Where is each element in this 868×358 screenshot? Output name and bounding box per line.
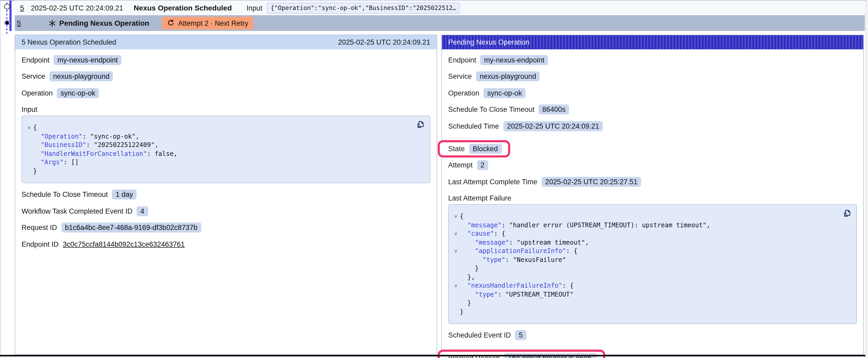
timeline-selected-bar xyxy=(9,1,11,31)
blocked-reason-highlight-annotation: Blocked Reason The circuit breaker is op… xyxy=(438,350,605,358)
field-value-chip: my-nexus-endpoint xyxy=(480,55,548,65)
field-service: Service nexus-playground xyxy=(448,71,857,82)
event-row-nexus-operation-scheduled[interactable]: 5 2025-02-25 UTC 20:24:09.21 Nexus Opera… xyxy=(15,1,865,15)
collapse-chevron-icon[interactable]: v xyxy=(452,281,460,290)
field-operation: Operation sync-op-ok xyxy=(22,88,430,98)
retry-badge-label: Attempt 2 · Next Retry xyxy=(178,19,248,27)
retry-status-badge: Attempt 2 · Next Retry xyxy=(162,17,253,29)
bottom-divider xyxy=(0,355,865,356)
field-value-chip: 2025-02-25 UTC 20:25:27.51 xyxy=(541,176,641,187)
left-panel-title: 5 Nexus Operation Scheduled xyxy=(22,38,116,46)
field-value-chip: my-nexus-endpoint xyxy=(54,55,122,65)
scrollbar-track[interactable] xyxy=(865,0,868,358)
field-state: State Blocked xyxy=(448,143,501,154)
asterisk-icon xyxy=(48,19,56,27)
collapse-chevron-icon[interactable]: v xyxy=(452,229,460,238)
left-panel-header: 5 Nexus Operation Scheduled 2025-02-25 U… xyxy=(15,35,437,50)
copy-icon[interactable] xyxy=(842,209,851,218)
endpoint-id-link[interactable]: 3c0c75ccfa8144b092c13ce632463761 xyxy=(63,240,185,248)
field-schedule-to-close-timeout: Schedule To Close Timeout 1 day xyxy=(22,189,430,200)
left-divider xyxy=(0,0,1,358)
field-scheduled-event-id: Scheduled Event ID 5 xyxy=(448,330,857,341)
left-panel-timestamp: 2025-02-25 UTC 20:24:09.21 xyxy=(338,38,430,46)
scheduled-event-detail-panel: 5 Nexus Operation Scheduled 2025-02-25 U… xyxy=(15,35,437,355)
last-attempt-failure-json-block: v{ "message": "handler error (UPSTREAM_T… xyxy=(448,204,857,324)
input-json-label: Input xyxy=(22,104,430,115)
field-value-chip: sync-op-ok xyxy=(57,88,99,98)
event-title: Pending Nexus Operation xyxy=(59,19,149,27)
timeline-open-node-icon[interactable] xyxy=(4,4,10,9)
field-value-chip: 5 xyxy=(515,330,526,340)
collapse-chevron-icon[interactable]: v xyxy=(452,212,460,221)
last-attempt-failure-label: Last Attempt Failure xyxy=(448,193,857,204)
field-operation: Operation sync-op-ok xyxy=(448,88,857,98)
field-schedule-to-close-timeout: Schedule To Close Timeout 86400s xyxy=(448,104,857,115)
field-endpoint-id: Endpoint ID 3c0c75ccfa8144b092c13ce63246… xyxy=(22,238,430,250)
input-summary-chip: {"Operation":"sync-op-ok","BusinessID":"… xyxy=(267,2,460,13)
copy-icon[interactable] xyxy=(415,120,425,129)
field-endpoint: Endpoint my-nexus-endpoint xyxy=(22,54,430,65)
right-panel-header: Pending Nexus Operation xyxy=(442,35,863,50)
field-value-chip: nexus-playground xyxy=(50,71,113,82)
event-id-link[interactable]: 5 xyxy=(17,19,21,27)
field-value-chip: 2025-02-25 UTC 20:24:09.21 xyxy=(503,121,603,131)
field-workflow-task-completed-event-id: Workflow Task Completed Event ID 4 xyxy=(22,205,430,217)
input-json-block: v{ "Operation": "sync-op-ok", "BusinessI… xyxy=(22,116,430,183)
collapse-chevron-icon[interactable]: v xyxy=(452,247,460,255)
field-value-chip: sync-op-ok xyxy=(484,88,526,98)
refresh-icon xyxy=(167,20,175,27)
input-summary-label: Input xyxy=(246,4,262,12)
state-highlight-annotation: State Blocked xyxy=(438,140,510,157)
timeline-active-node-icon[interactable] xyxy=(4,20,10,26)
event-title: Nexus Operation Scheduled xyxy=(134,4,232,12)
field-value-chip: b1c6a4bc-8ee7-468a-9169-df3b02c8737b xyxy=(61,223,201,232)
field-scheduled-time: Scheduled Time 2025-02-25 UTC 20:24:09.2… xyxy=(448,121,857,131)
field-endpoint: Endpoint my-nexus-endpoint xyxy=(448,54,857,65)
field-value-chip: 86400s xyxy=(538,104,569,115)
collapse-chevron-icon[interactable]: v xyxy=(25,123,33,132)
event-timestamp: 2025-02-25 UTC 20:24:09.21 xyxy=(31,4,123,12)
field-value-chip: nexus-playground xyxy=(476,71,540,82)
event-id-link[interactable]: 5 xyxy=(20,4,24,12)
event-history-view: 5 2025-02-25 UTC 20:24:09.21 Nexus Opera… xyxy=(0,0,868,358)
right-panel-title: Pending Nexus Operation xyxy=(448,38,529,46)
field-value-chip: 4 xyxy=(136,206,148,216)
field-last-attempt-complete-time: Last Attempt Complete Time 2025-02-25 UT… xyxy=(448,176,857,187)
field-request-id: Request ID b1c6a4bc-8ee7-468a-9169-df3b0… xyxy=(22,222,430,233)
field-attempt: Attempt 2 xyxy=(448,160,857,171)
field-service: Service nexus-playground xyxy=(22,71,430,82)
field-value-chip: 1 day xyxy=(112,190,136,199)
pending-operation-detail-panel: Pending Nexus Operation Endpoint my-nexu… xyxy=(441,35,864,355)
event-row-pending-nexus-operation[interactable]: 5 Pending Nexus Operation Attempt 2 · Ne… xyxy=(15,15,865,31)
state-value-chip: Blocked xyxy=(469,143,501,154)
field-value-chip: 2 xyxy=(477,160,488,170)
